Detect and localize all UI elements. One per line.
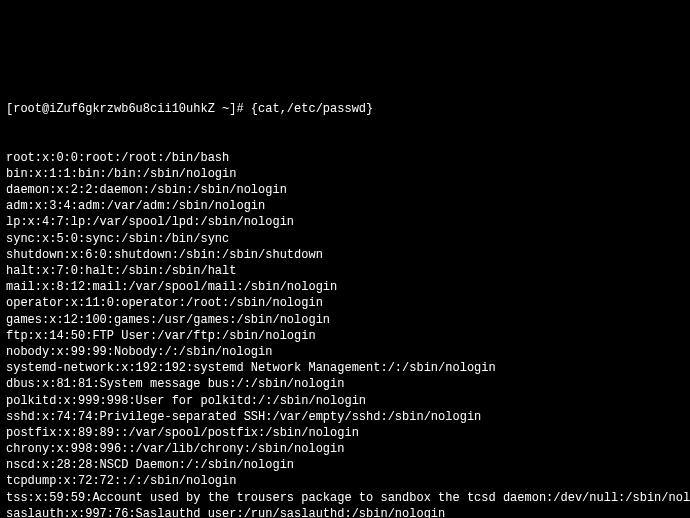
passwd-line: systemd-network:x:192:192:systemd Networ… [6,360,684,376]
shell-prompt: [root@iZuf6gkrzwb6u8cii10uhkZ ~]# [6,102,244,116]
passwd-line: sync:x:5:0:sync:/sbin:/bin/sync [6,231,684,247]
passwd-line: nscd:x:28:28:NSCD Daemon:/:/sbin/nologin [6,457,684,473]
passwd-line: daemon:x:2:2:daemon:/sbin:/sbin/nologin [6,182,684,198]
passwd-line: lp:x:4:7:lp:/var/spool/lpd:/sbin/nologin [6,214,684,230]
passwd-line: postfix:x:89:89::/var/spool/postfix:/sbi… [6,425,684,441]
passwd-line: tcpdump:x:72:72::/:/sbin/nologin [6,473,684,489]
passwd-line: shutdown:x:6:0:shutdown:/sbin:/sbin/shut… [6,247,684,263]
passwd-line: mail:x:8:12:mail:/var/spool/mail:/sbin/n… [6,279,684,295]
passwd-line: tss:x:59:59:Account used by the trousers… [6,490,684,506]
passwd-line: ftp:x:14:50:FTP User:/var/ftp:/sbin/nolo… [6,328,684,344]
passwd-line: polkitd:x:999:998:User for polkitd:/:/sb… [6,393,684,409]
passwd-line: bin:x:1:1:bin:/bin:/sbin/nologin [6,166,684,182]
passwd-line: nobody:x:99:99:Nobody:/:/sbin/nologin [6,344,684,360]
passwd-line: saslauth:x:997:76:Saslauthd user:/run/sa… [6,506,684,518]
passwd-line: chrony:x:998:996::/var/lib/chrony:/sbin/… [6,441,684,457]
passwd-line: games:x:12:100:games:/usr/games:/sbin/no… [6,312,684,328]
passwd-line: dbus:x:81:81:System message bus:/:/sbin/… [6,376,684,392]
passwd-line: operator:x:11:0:operator:/root:/sbin/nol… [6,295,684,311]
passwd-output: root:x:0:0:root:/root:/bin/bashbin:x:1:1… [6,150,684,518]
passwd-line: root:x:0:0:root:/root:/bin/bash [6,150,684,166]
prompt-line: [root@iZuf6gkrzwb6u8cii10uhkZ ~]# {cat,/… [6,101,684,117]
passwd-line: adm:x:3:4:adm:/var/adm:/sbin/nologin [6,198,684,214]
passwd-line: halt:x:7:0:halt:/sbin:/sbin/halt [6,263,684,279]
shell-command: {cat,/etc/passwd} [251,102,373,116]
passwd-line: sshd:x:74:74:Privilege-separated SSH:/va… [6,409,684,425]
terminal-output: [root@iZuf6gkrzwb6u8cii10uhkZ ~]# {cat,/… [6,69,684,518]
